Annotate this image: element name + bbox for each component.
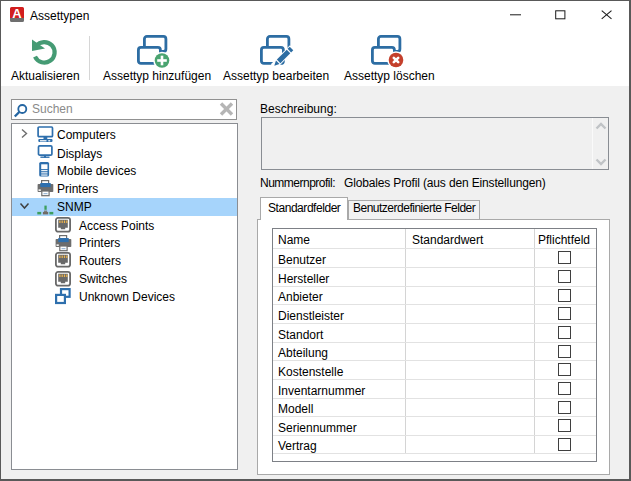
svg-text:A: A	[12, 7, 22, 21]
